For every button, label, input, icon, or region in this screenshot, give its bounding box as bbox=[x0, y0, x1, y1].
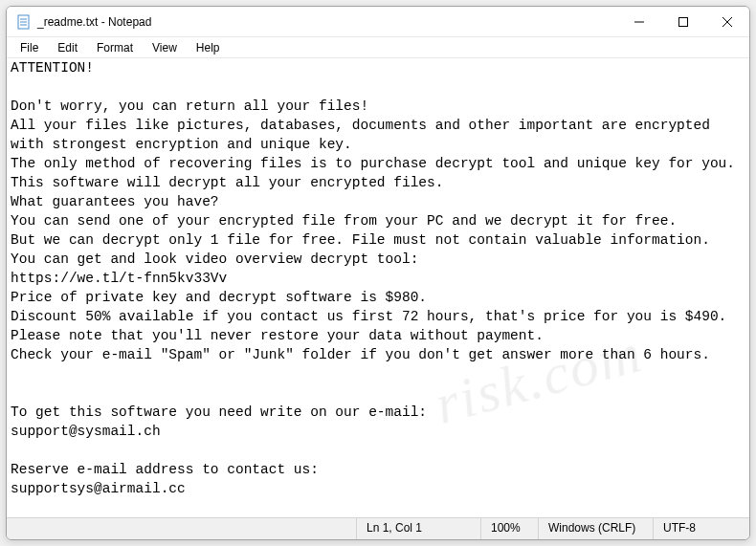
window-title: _readme.txt - Notepad bbox=[37, 15, 617, 29]
notepad-window: _readme.txt - Notepad File Edit Format V… bbox=[6, 6, 750, 540]
status-position: Ln 1, Col 1 bbox=[357, 518, 481, 539]
status-encoding: UTF-8 bbox=[654, 518, 749, 539]
menu-file[interactable]: File bbox=[11, 39, 48, 56]
titlebar: _readme.txt - Notepad bbox=[7, 7, 749, 37]
menu-format[interactable]: Format bbox=[87, 39, 143, 56]
status-zoom: 100% bbox=[481, 518, 539, 539]
svg-rect-5 bbox=[679, 17, 688, 26]
minimize-button[interactable] bbox=[617, 7, 661, 37]
menu-help[interactable]: Help bbox=[187, 39, 230, 56]
statusbar: Ln 1, Col 1 100% Windows (CRLF) UTF-8 bbox=[7, 517, 749, 539]
status-line-ending: Windows (CRLF) bbox=[539, 518, 654, 539]
menubar: File Edit Format View Help bbox=[7, 37, 749, 58]
notepad-icon bbox=[16, 14, 32, 30]
content-area: risk.com bbox=[7, 58, 749, 517]
menu-edit[interactable]: Edit bbox=[48, 39, 87, 56]
maximize-button[interactable] bbox=[661, 7, 705, 37]
menu-view[interactable]: View bbox=[143, 39, 187, 56]
text-editor[interactable] bbox=[7, 58, 749, 517]
close-button[interactable] bbox=[705, 7, 749, 37]
caption-buttons bbox=[617, 7, 749, 37]
status-spacer bbox=[7, 518, 357, 539]
